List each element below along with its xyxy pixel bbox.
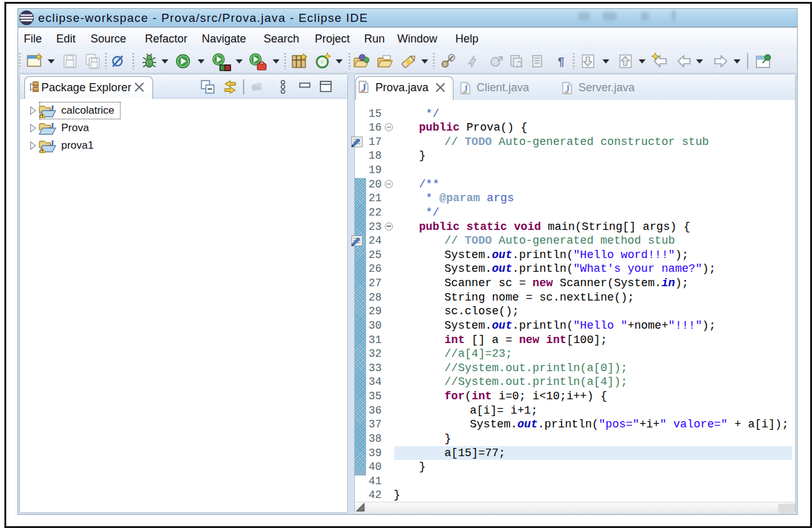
svg-text:¶: ¶ <box>558 55 565 68</box>
